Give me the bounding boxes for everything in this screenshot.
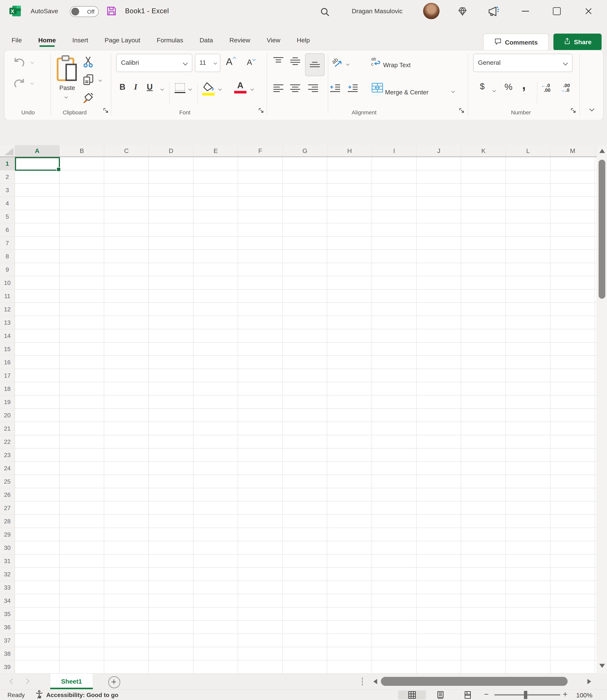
autosave-toggle[interactable]: Off xyxy=(70,6,99,17)
tab-review[interactable]: Review xyxy=(229,37,250,46)
font-dialog-launcher[interactable] xyxy=(258,108,264,113)
merge-center-icon[interactable] xyxy=(372,83,383,93)
row-header-29[interactable]: 29 xyxy=(0,528,15,541)
row-header-23[interactable]: 23 xyxy=(0,449,15,462)
tab-data[interactable]: Data xyxy=(200,37,213,46)
row-header-16[interactable]: 16 xyxy=(0,356,15,369)
comma-style-button[interactable]: , xyxy=(522,77,526,92)
cut-icon[interactable] xyxy=(83,56,94,68)
hscroll-left-icon[interactable] xyxy=(373,679,377,684)
percent-button[interactable]: % xyxy=(504,82,512,92)
column-header-A[interactable]: A xyxy=(15,145,60,156)
zoom-out-button[interactable]: − xyxy=(484,690,489,698)
row-header-10[interactable]: 10 xyxy=(0,276,15,289)
tab-view[interactable]: View xyxy=(267,37,280,46)
column-header-K[interactable]: K xyxy=(461,145,506,156)
scroll-down-icon[interactable] xyxy=(599,664,605,668)
feedback-megaphone-icon[interactable] xyxy=(487,5,499,18)
column-header-D[interactable]: D xyxy=(149,145,193,156)
align-right-button[interactable] xyxy=(308,84,318,94)
maximize-button[interactable] xyxy=(551,6,563,17)
row-header-6[interactable]: 6 xyxy=(0,223,15,237)
row-header-39[interactable]: 39 xyxy=(0,660,15,674)
wrap-text-icon[interactable]: ab c xyxy=(371,56,381,67)
increase-decimal-button[interactable]: ←←.0.0 .00 xyxy=(541,83,550,92)
row-header-34[interactable]: 34 xyxy=(0,594,15,608)
column-header-B[interactable]: B xyxy=(60,145,104,156)
borders-button[interactable] xyxy=(175,83,185,93)
paste-label[interactable]: Paste xyxy=(52,84,82,91)
row-header-22[interactable]: 22 xyxy=(0,435,15,449)
new-sheet-button[interactable] xyxy=(108,676,120,688)
sheet-nav-next-icon[interactable] xyxy=(24,679,29,684)
share-button[interactable]: Share xyxy=(553,34,602,50)
sheet-nav-prev-icon[interactable] xyxy=(10,679,15,684)
row-header-31[interactable]: 31 xyxy=(0,554,15,568)
row-header-28[interactable]: 28 xyxy=(0,515,15,528)
align-bottom-button-selected[interactable] xyxy=(305,53,325,76)
zoom-level[interactable]: 100% xyxy=(576,692,592,699)
column-header-M[interactable]: M xyxy=(550,145,595,156)
tab-insert[interactable]: Insert xyxy=(72,37,88,46)
horizontal-scroll-thumb[interactable] xyxy=(381,677,568,686)
row-header-18[interactable]: 18 xyxy=(0,382,15,395)
row-header-35[interactable]: 35 xyxy=(0,608,15,621)
column-header-L[interactable]: L xyxy=(506,145,550,156)
vertical-scrollbar[interactable] xyxy=(597,145,607,674)
view-normal-button[interactable] xyxy=(398,691,426,699)
alignment-dialog-launcher[interactable] xyxy=(459,108,464,113)
row-header-36[interactable]: 36 xyxy=(0,621,15,634)
row-header-2[interactable]: 2 xyxy=(0,170,15,183)
row-header-3[interactable]: 3 xyxy=(0,183,15,197)
column-header-E[interactable]: E xyxy=(193,145,238,156)
fill-color-button[interactable] xyxy=(203,82,215,95)
column-header-I[interactable]: I xyxy=(372,145,417,156)
redo-icon[interactable] xyxy=(13,77,25,89)
merge-center-label[interactable]: Merge & Center xyxy=(385,89,428,96)
italic-button[interactable]: I xyxy=(134,83,137,91)
grid-cells[interactable] xyxy=(15,157,597,674)
column-header-J[interactable]: J xyxy=(417,145,461,156)
increase-font-button[interactable]: A xyxy=(226,56,235,67)
fill-handle[interactable] xyxy=(56,167,61,172)
currency-button[interactable]: $ xyxy=(480,81,485,91)
row-header-26[interactable]: 26 xyxy=(0,488,15,502)
align-top-button[interactable] xyxy=(273,56,284,67)
row-header-9[interactable]: 9 xyxy=(0,263,15,276)
font-family-select[interactable]: Calibri xyxy=(116,54,192,72)
selected-cell-A1[interactable] xyxy=(15,157,60,171)
row-header-5[interactable]: 5 xyxy=(0,210,15,223)
tab-page-layout[interactable]: Page Layout xyxy=(105,37,140,46)
font-size-select[interactable]: 11 xyxy=(195,54,220,72)
row-header-38[interactable]: 38 xyxy=(0,647,15,660)
avatar[interactable] xyxy=(423,3,440,19)
decrease-indent-button[interactable] xyxy=(330,84,340,94)
save-icon[interactable] xyxy=(106,5,117,18)
row-header-8[interactable]: 8 xyxy=(0,250,15,263)
premium-diamond-icon[interactable] xyxy=(457,6,468,18)
row-header-11[interactable]: 11 xyxy=(0,289,15,303)
row-header-24[interactable]: 24 xyxy=(0,462,15,475)
row-header-30[interactable]: 30 xyxy=(0,541,15,554)
sheet-tab-sheet1[interactable]: Sheet1 xyxy=(50,674,93,689)
accessibility-status[interactable]: Accessibility: Good to go xyxy=(46,692,118,699)
row-header-33[interactable]: 33 xyxy=(0,581,15,594)
undo-icon[interactable] xyxy=(13,56,25,68)
align-left-button[interactable] xyxy=(273,84,284,94)
orientation-button[interactable]: ab xyxy=(332,57,343,69)
font-color-button[interactable]: A xyxy=(234,81,247,93)
minimize-button[interactable] xyxy=(519,6,531,17)
view-page-break-button[interactable] xyxy=(454,691,482,699)
decrease-decimal-button[interactable]: .00 →.0 xyxy=(561,83,570,92)
zoom-in-button[interactable]: + xyxy=(563,690,568,698)
hscroll-right-icon[interactable] xyxy=(587,679,591,684)
zoom-slider-thumb[interactable] xyxy=(524,691,527,699)
view-page-layout-button[interactable] xyxy=(426,691,455,699)
number-format-select[interactable]: General xyxy=(473,54,572,72)
row-header-12[interactable]: 12 xyxy=(0,303,15,316)
tab-formulas[interactable]: Formulas xyxy=(156,37,183,46)
user-name[interactable]: Dragan Masulovic xyxy=(352,7,402,15)
align-middle-button[interactable] xyxy=(290,56,300,67)
bold-button[interactable]: B xyxy=(120,83,125,91)
row-header-17[interactable]: 17 xyxy=(0,369,15,382)
